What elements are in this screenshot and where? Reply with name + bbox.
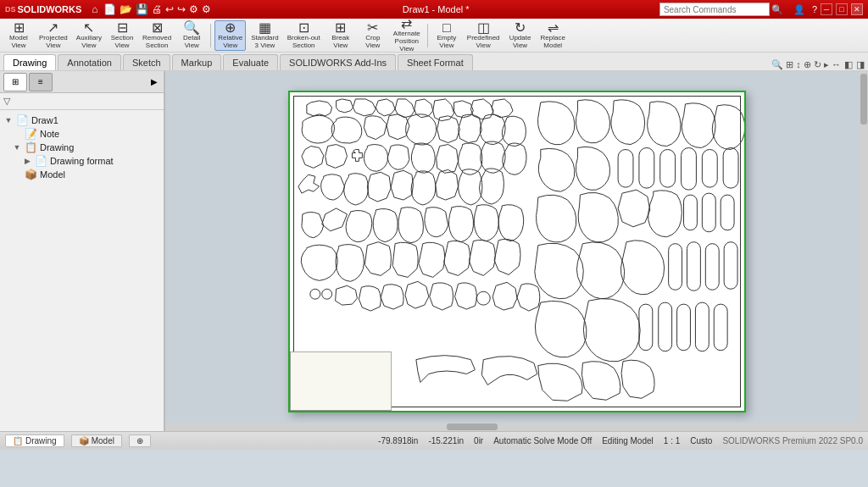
tree-label-drawing: Drawing xyxy=(40,142,74,152)
settings-icon[interactable]: ⚙ xyxy=(202,3,211,15)
panel-tab-props[interactable]: ≡ xyxy=(29,73,53,91)
replace-model-button[interactable]: ⇌ ReplaceModel xyxy=(537,20,569,51)
search-icon[interactable]: 🔍 xyxy=(771,4,783,15)
maximize-button[interactable]: □ xyxy=(836,3,848,15)
svg-point-2 xyxy=(476,291,490,305)
ribbon-tabs: Drawing Annotation Sketch Markup Evaluat… xyxy=(0,53,868,71)
status-extra-button[interactable]: ⊕ xyxy=(129,434,151,447)
break-view-button[interactable]: ⊞ BreakView xyxy=(326,20,356,51)
predefined-view-label: PredefinedView xyxy=(467,35,500,50)
removed-section-icon: ⊠ xyxy=(152,21,163,35)
undo-icon[interactable]: ↩ xyxy=(165,3,174,15)
user-icon[interactable]: 👤 xyxy=(793,4,805,15)
svg-rect-12 xyxy=(668,243,682,290)
app-logo: DS SOLIDWORKS xyxy=(5,4,81,14)
panel-expand-icon[interactable]: ◨ xyxy=(856,59,865,70)
filter-icon[interactable]: ▽ xyxy=(3,96,10,107)
rebuild-icon[interactable]: ⚙ xyxy=(189,3,198,15)
home-icon[interactable]: ⌂ xyxy=(92,3,97,15)
tab-evaluate[interactable]: Evaluate xyxy=(223,54,278,70)
status-tab-drawing[interactable]: 📋 Drawing xyxy=(5,434,64,447)
view-toolbar: ⊞ ModelView ↗ ProjectedView ↖ AuxiliaryV… xyxy=(0,19,868,53)
save-icon[interactable]: 💾 xyxy=(136,3,148,15)
filter-bar: ▽ xyxy=(0,93,164,110)
alternate-pos-button[interactable]: ⇄ AlternatePositionView xyxy=(390,20,424,51)
tree-item-drawing-format[interactable]: ▶ 📄 Drawing format xyxy=(2,154,162,168)
svg-rect-4 xyxy=(638,147,654,188)
replace-model-icon: ⇌ xyxy=(548,21,559,35)
help-icon[interactable]: ? xyxy=(812,4,817,14)
search-input[interactable] xyxy=(659,3,770,16)
tree-item-drawing[interactable]: ▼ 📋 Drawing xyxy=(2,141,162,154)
app-name: SOLIDWORKS xyxy=(18,4,82,14)
close-button[interactable]: ✕ xyxy=(851,3,863,15)
break-view-label: BreakView xyxy=(331,35,349,50)
svg-point-1 xyxy=(321,289,331,299)
open-icon[interactable]: 📂 xyxy=(120,3,132,15)
tree-item-draw1[interactable]: ▼ 📄 Draw1 xyxy=(2,113,162,127)
crop-view-icon: ✂ xyxy=(367,21,378,35)
model-view-button[interactable]: ⊞ ModelView xyxy=(3,20,34,51)
panel-expand-arrow[interactable]: ▶ xyxy=(148,76,160,88)
broken-out-icon: ⊡ xyxy=(298,21,309,35)
panel-collapse-icon[interactable]: ◧ xyxy=(844,59,853,70)
status-scale-left: 1 xyxy=(664,436,669,445)
svg-rect-9 xyxy=(683,195,697,230)
tree-item-model[interactable]: 📦 Model xyxy=(2,168,162,181)
model-view-icon: ⊞ xyxy=(14,21,25,35)
auxiliary-view-button[interactable]: ↖ AuxiliaryView xyxy=(73,20,105,51)
detail-view-button[interactable]: 🔍 DetailView xyxy=(176,20,207,51)
update-view-button[interactable]: ↻ UpdateView xyxy=(505,20,536,51)
projected-view-button[interactable]: ↗ ProjectedView xyxy=(36,20,71,51)
drawing-icon: 📋 xyxy=(25,141,37,153)
standard-3view-button[interactable]: ▦ Standard3 View xyxy=(248,20,281,51)
projected-view-icon: ↗ xyxy=(47,21,58,35)
section-view-label: SectionView xyxy=(111,35,134,50)
tree-expand-draw1[interactable]: ▼ xyxy=(3,115,14,125)
tab-markup[interactable]: Markup xyxy=(172,54,222,70)
empty-view-button[interactable]: □ EmptyView xyxy=(431,20,462,51)
predefined-view-button[interactable]: ◫ PredefinedView xyxy=(464,20,504,51)
h-scrollbar-thumb[interactable] xyxy=(447,423,498,430)
section-view-icon: ⊟ xyxy=(117,21,128,35)
svg-rect-3 xyxy=(618,149,633,187)
redo-icon[interactable]: ↪ xyxy=(177,3,186,15)
tab-sheet-format[interactable]: Sheet Format xyxy=(398,54,473,70)
v-scrollbar-thumb[interactable] xyxy=(860,74,867,125)
tab-addins[interactable]: SOLIDWORKS Add-Ins xyxy=(280,54,396,70)
removed-section-button[interactable]: ⊠ RemovedSection xyxy=(139,20,175,51)
section-view-button[interactable]: ⊟ SectionView xyxy=(107,20,137,51)
minimize-button[interactable]: ─ xyxy=(821,3,832,15)
window-title: Draw1 - Model * xyxy=(213,4,659,14)
tree-label-drawing-format: Drawing format xyxy=(50,156,114,166)
tree-item-note[interactable]: 📝 Note xyxy=(2,127,162,141)
status-version: SOLIDWORKS Premium 2022 SP0.0 xyxy=(722,436,863,445)
status-extra-icon: ⊕ xyxy=(136,436,143,445)
svg-rect-7 xyxy=(702,149,717,187)
tab-sketch[interactable]: Sketch xyxy=(123,54,170,70)
h-scrollbar[interactable] xyxy=(165,423,868,431)
tree-expand-drawing[interactable]: ▼ xyxy=(12,142,22,152)
title-block xyxy=(290,351,392,411)
svg-rect-8 xyxy=(723,147,738,188)
relative-view-button[interactable]: ⊕ RelativeView xyxy=(214,20,246,51)
view-icons[interactable]: 🔍 ⊞ ↕ ⊕ ↻ ▸ ↔ xyxy=(771,59,841,70)
ds-prefix: DS xyxy=(5,5,16,14)
draw1-icon: 📄 xyxy=(16,114,29,126)
crop-view-button[interactable]: ✂ CropView xyxy=(358,20,388,51)
drawing-canvas[interactable] xyxy=(165,71,868,431)
status-tab-model[interactable]: 📦 Model xyxy=(71,434,122,447)
new-icon[interactable]: 📄 xyxy=(103,3,116,15)
broken-out-button[interactable]: ⊡ Broken-outSection xyxy=(284,20,324,51)
svg-rect-10 xyxy=(702,193,715,232)
status-scale-right: 1 xyxy=(676,436,681,445)
tab-annotation[interactable]: Annotation xyxy=(58,54,121,70)
svg-rect-17 xyxy=(658,302,671,351)
status-bar: 📋 Drawing 📦 Model ⊕ -79.8918in -15.221in… xyxy=(0,431,868,450)
print-icon[interactable]: 🖨 xyxy=(152,3,162,15)
tree-expand-format[interactable]: ▶ xyxy=(22,156,32,166)
tab-drawing[interactable]: Drawing xyxy=(3,54,56,70)
status-editing: Editing Model xyxy=(602,436,654,445)
v-scrollbar[interactable] xyxy=(860,71,868,423)
panel-tab-tree[interactable]: ⊞ xyxy=(3,73,27,91)
